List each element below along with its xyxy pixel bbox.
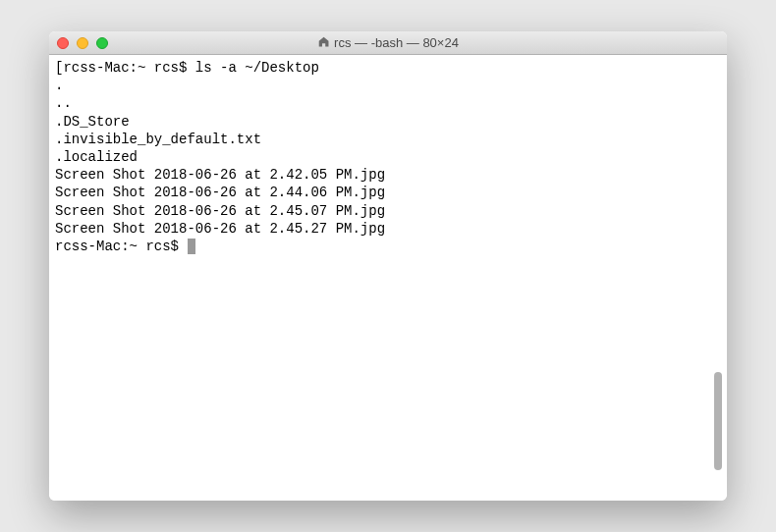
terminal-line: [rcss-Mac:~ rcs$ ls -a ~/Desktop bbox=[55, 59, 721, 77]
terminal-output-line: Screen Shot 2018-06-26 at 2.42.05 PM.jpg bbox=[55, 166, 721, 184]
terminal-output-line: . bbox=[55, 77, 721, 94]
titlebar[interactable]: rcs — -bash — 80×24 bbox=[49, 31, 727, 55]
terminal-output-line: Screen Shot 2018-06-26 at 2.44.06 PM.jpg bbox=[55, 184, 721, 201]
terminal-window: rcs — -bash — 80×24 [rcss-Mac:~ rcs$ ls … bbox=[49, 31, 727, 501]
minimize-button[interactable] bbox=[77, 37, 88, 49]
home-icon bbox=[317, 35, 330, 51]
maximize-button[interactable] bbox=[96, 37, 108, 49]
scrollbar-thumb[interactable] bbox=[714, 372, 722, 470]
traffic-lights bbox=[57, 37, 108, 49]
terminal-line: rcss-Mac:~ rcs$ bbox=[55, 238, 721, 255]
window-title: rcs — -bash — 80×24 bbox=[317, 35, 459, 51]
terminal-body[interactable]: [rcss-Mac:~ rcs$ ls -a ~/Desktop . .. .D… bbox=[49, 55, 727, 501]
terminal-output-line: .invisible_by_default.txt bbox=[55, 131, 721, 148]
scrollbar[interactable] bbox=[711, 82, 725, 497]
terminal-output-line: Screen Shot 2018-06-26 at 2.45.07 PM.jpg bbox=[55, 202, 721, 220]
terminal-output-line: .. bbox=[55, 94, 721, 112]
prompt: [rcss-Mac:~ rcs$ bbox=[55, 60, 195, 76]
close-button[interactable] bbox=[57, 37, 69, 49]
command-text: ls -a ~/Desktop bbox=[195, 60, 319, 76]
terminal-output-line: .DS_Store bbox=[55, 113, 721, 131]
terminal-output-line: .localized bbox=[55, 148, 721, 166]
terminal-output-line: Screen Shot 2018-06-26 at 2.45.27 PM.jpg bbox=[55, 220, 721, 238]
prompt: rcss-Mac:~ rcs$ bbox=[55, 239, 187, 254]
cursor bbox=[188, 239, 195, 254]
title-text: rcs — -bash — 80×24 bbox=[334, 35, 459, 50]
